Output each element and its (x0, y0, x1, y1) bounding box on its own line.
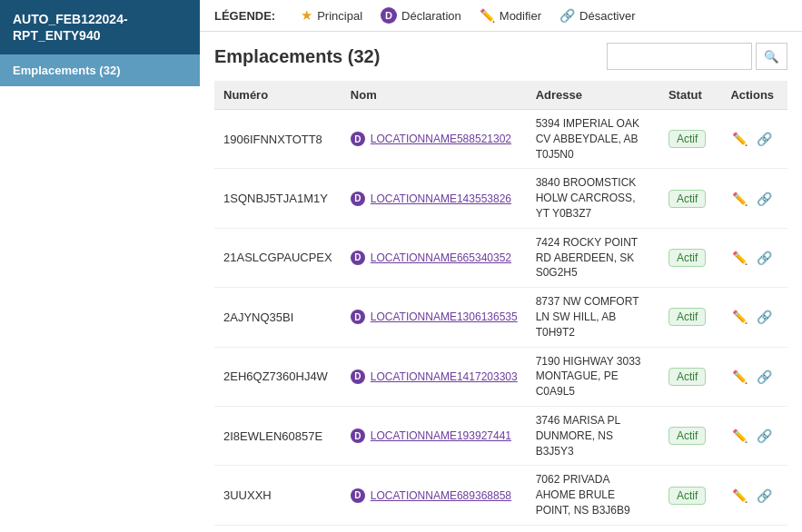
address-text: 3746 MARISA PL DUNMORE, NS B3J5Y3 (536, 414, 620, 458)
table-header-row: Numéro Nom Adresse Statut Actions (214, 81, 787, 110)
pencil-icon: ✏️ (480, 8, 495, 23)
table-row: 4H4PEPZ9GK4U5D D LOCATIONNAME1889500969 … (214, 525, 787, 532)
col-header-nom: Nom (342, 81, 527, 110)
cell-actions: ✏️ 🔗 (721, 406, 787, 465)
status-badge: Actif (668, 487, 706, 505)
location-link[interactable]: LOCATIONNAME1306136535 (371, 310, 518, 323)
cell-nom: D LOCATIONNAME193927441 (342, 406, 527, 465)
cell-nom: D LOCATIONNAME665340352 (342, 228, 527, 287)
row-declaration-badge: D (351, 488, 365, 503)
cell-actions: ✏️ 🔗 (721, 288, 787, 347)
edit-button[interactable]: ✏️ (730, 308, 749, 326)
cell-nom: D LOCATIONNAME588521302 (342, 110, 527, 169)
legend-label: LÉGENDE: (214, 9, 275, 23)
row-declaration-badge: D (351, 192, 365, 206)
deactivate-button[interactable]: 🔗 (755, 308, 774, 326)
cell-adresse: 8737 NW COMFORT LN SW HILL, AB T0H9T2 (527, 288, 659, 347)
location-link[interactable]: LOCATIONNAME1417203303 (371, 370, 518, 383)
legend-modifier: ✏️ Modifier (480, 8, 541, 23)
content-area: Emplacements (32) 🔍 Numéro Nom Adresse S… (200, 32, 802, 532)
location-link[interactable]: LOCATIONNAME193927441 (371, 429, 511, 442)
address-text: 7424 ROCKY POINT RD ABERDEEN, SK S0G2H5 (536, 236, 638, 280)
search-icon: 🔍 (764, 50, 779, 64)
row-declaration-badge: D (351, 369, 365, 384)
page-title: Emplacements (32) (214, 46, 380, 67)
location-link[interactable]: LOCATIONNAME588521302 (371, 133, 511, 145)
table-row: 2EH6QZ7360HJ4W D LOCATIONNAME1417203303 … (214, 347, 787, 406)
cell-actions: ✏️ 🔗 (721, 228, 787, 287)
sidebar-header: AUTO_FEB122024-RPT_ENTY940 (0, 0, 200, 54)
cell-numero: 3UUXXH (214, 466, 342, 525)
cell-nom: D LOCATIONNAME143553826 (342, 169, 527, 228)
cell-adresse: 7424 ROCKY POINT RD ABERDEEN, SK S0G2H5 (527, 228, 659, 287)
table-row: 1906IFNNXTOTT8 D LOCATIONNAME588521302 5… (214, 110, 787, 169)
row-declaration-badge: D (351, 429, 365, 443)
cell-statut: Actif (659, 347, 721, 406)
deactivate-button[interactable]: 🔗 (755, 487, 774, 505)
star-icon: ★ (301, 7, 312, 24)
legend-bar: LÉGENDE: ★ Principal D Déclaration ✏️ Mo… (200, 0, 802, 32)
col-header-numero: Numéro (214, 81, 342, 110)
cell-statut: Actif (659, 110, 721, 169)
cell-nom: D LOCATIONNAME1417203303 (342, 347, 527, 406)
cell-nom: D LOCATIONNAME1306136535 (342, 288, 527, 347)
cell-numero: 1906IFNNXTOTT8 (214, 110, 342, 169)
declaration-badge: D (381, 7, 397, 24)
cell-actions: ✏️ 🔗 (721, 110, 787, 169)
location-link[interactable]: LOCATIONNAME665340352 (371, 251, 511, 264)
col-header-actions: Actions (721, 81, 787, 110)
deactivate-button[interactable]: 🔗 (755, 427, 774, 445)
legend-modifier-label: Modifier (500, 9, 541, 23)
status-badge: Actif (668, 308, 706, 326)
row-declaration-badge: D (351, 251, 365, 265)
deactivate-button[interactable]: 🔗 (755, 130, 774, 148)
cell-actions: ✏️ 🔗 (721, 169, 787, 228)
search-input[interactable] (607, 43, 752, 70)
cell-actions: ✏️ 🔗 (721, 466, 787, 525)
location-link[interactable]: LOCATIONNAME143553826 (371, 192, 511, 205)
deactivate-button[interactable]: 🔗 (755, 368, 774, 386)
edit-button[interactable]: ✏️ (730, 368, 749, 386)
locations-table: Numéro Nom Adresse Statut Actions 1906IF… (214, 81, 787, 532)
cell-adresse: 5394 IMPERIAL OAK CV ABBEYDALE, AB T0J5N… (527, 110, 659, 169)
cell-adresse: 7062 PRIVADA AHOME BRULE POINT, NS B3J6B… (527, 466, 659, 525)
cell-numero: 2EH6QZ7360HJ4W (214, 347, 342, 406)
table-row: 21ASLCGPAUCPEX D LOCATIONNAME665340352 7… (214, 228, 787, 287)
sidebar-item-emplacements[interactable]: Emplacements (32) (0, 54, 200, 86)
cell-numero: 1SQNBJ5TJA1M1Y (214, 169, 342, 228)
cell-adresse: 5089 ASHBROOK MATADOR, SK S0H6P5 (527, 525, 659, 532)
location-link[interactable]: LOCATIONNAME689368858 (371, 489, 511, 502)
cell-adresse: 3746 MARISA PL DUNMORE, NS B3J5Y3 (527, 406, 659, 465)
cell-statut: Actif (659, 288, 721, 347)
table-row: 2AJYNQ35BI D LOCATIONNAME1306136535 8737… (214, 288, 787, 347)
edit-button[interactable]: ✏️ (730, 427, 749, 445)
search-button[interactable]: 🔍 (756, 43, 787, 70)
cell-statut: Actif (659, 525, 721, 532)
edit-button[interactable]: ✏️ (730, 249, 749, 267)
deactivate-button[interactable]: 🔗 (755, 249, 774, 267)
link-off-icon: 🔗 (559, 8, 575, 23)
address-text: 5394 IMPERIAL OAK CV ABBEYDALE, AB T0J5N… (536, 117, 639, 161)
address-text: 8737 NW COMFORT LN SW HILL, AB T0H9T2 (536, 295, 639, 339)
row-declaration-badge: D (351, 132, 365, 146)
edit-button[interactable]: ✏️ (730, 130, 749, 148)
cell-statut: Actif (659, 228, 721, 287)
edit-button[interactable]: ✏️ (730, 190, 749, 208)
search-box: 🔍 (607, 43, 787, 70)
cell-adresse: 7190 HIGHWAY 3033 MONTAGUE, PE C0A9L5 (527, 347, 659, 406)
cell-nom: D LOCATIONNAME1889500969 (342, 525, 527, 532)
status-badge: Actif (668, 368, 706, 386)
status-badge: Actif (668, 130, 706, 148)
cell-actions: ✏️ 🔗 (721, 347, 787, 406)
edit-button[interactable]: ✏️ (730, 487, 749, 505)
legend-desactiver-label: Désactiver (579, 9, 635, 23)
legend-principal: ★ Principal (301, 7, 362, 24)
cell-statut: Actif (659, 169, 721, 228)
status-badge: Actif (668, 427, 706, 445)
cell-adresse: 3840 BROOMSTICK HOLW CARCROSS, YT Y0B3Z7 (527, 169, 659, 228)
cell-statut: Actif (659, 406, 721, 465)
status-badge: Actif (668, 249, 706, 267)
deactivate-button[interactable]: 🔗 (755, 190, 774, 208)
sidebar-title: AUTO_FEB122024-RPT_ENTY940 (13, 12, 128, 43)
main-content: LÉGENDE: ★ Principal D Déclaration ✏️ Mo… (200, 0, 802, 532)
